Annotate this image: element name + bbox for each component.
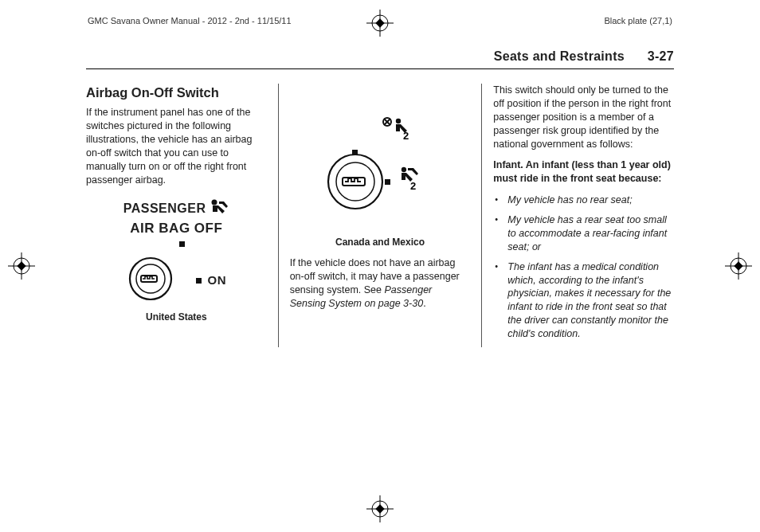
crop-mark-bottom: [366, 495, 394, 522]
col3-bullet-list: My vehicle has no rear seat; My vehicle …: [493, 194, 674, 341]
airbag-off-line: AIR BAG OFF: [86, 220, 267, 238]
svg-rect-28: [385, 179, 390, 185]
on-marker: ON: [196, 276, 226, 287]
passenger-label: PASSENGER: [123, 201, 206, 215]
list-item: The infant has a medical condition which…: [493, 260, 674, 341]
col1-paragraph-1: If the instrument panel has one of the s…: [86, 106, 267, 186]
canada-switch-icon: 2 2: [320, 108, 440, 227]
page-number: 3-27: [648, 49, 674, 63]
figure-canada-switch: 2 2: [290, 108, 471, 231]
col2-paragraph-1: If the vehicle does not have an airbag o…: [290, 256, 471, 311]
print-meta-left: GMC Savana Owner Manual - 2012 - 2nd - 1…: [88, 16, 292, 32]
svg-rect-15: [734, 261, 742, 270]
col3-paragraph-1: This switch should only be turned to the…: [493, 84, 674, 151]
indicator-square-icon: [179, 241, 185, 247]
print-meta-right: Black plate (27,1): [604, 16, 672, 32]
figure-canada-caption: Canada and Mexico: [290, 236, 471, 248]
col2-p1-text-a: If the vehicle does not have an airbag o…: [290, 257, 460, 295]
crop-mark-right: [725, 252, 752, 280]
figure-us-switch: PASSENGER AIR BAG OFF: [86, 198, 267, 306]
section-title: Airbag On-Off Switch: [86, 84, 267, 101]
svg-text:2: 2: [403, 130, 409, 142]
airbag-off-label: AIR BAG OFF: [130, 221, 222, 236]
column-1: Airbag On-Off Switch If the instrument p…: [86, 84, 278, 347]
section-name: Seats and Restraints: [494, 49, 625, 63]
svg-point-23: [396, 119, 401, 123]
switch-knob-icon: [127, 256, 189, 302]
crop-mark-left: [8, 252, 35, 280]
svg-point-29: [402, 167, 406, 172]
page-content: Seats and Restraints 3-27 Airbag On-Off …: [86, 49, 674, 492]
passenger-line: PASSENGER: [86, 198, 267, 217]
col3-bold-intro: Infant. An infant (less than 1 year old)…: [493, 158, 674, 186]
person-seated-icon: [209, 198, 229, 216]
svg-text:2: 2: [410, 180, 416, 192]
on-square-icon: [196, 278, 202, 284]
figure-us-caption: United States: [86, 311, 267, 323]
list-item: My vehicle has a rear seat too small to …: [493, 213, 674, 254]
svg-rect-11: [17, 261, 25, 270]
knob-row: ON: [86, 256, 267, 306]
svg-rect-7: [375, 504, 384, 513]
running-head: Seats and Restraints 3-27: [86, 49, 674, 69]
svg-rect-31: [352, 150, 358, 155]
svg-point-16: [211, 199, 217, 205]
column-3: This switch should only be turned to the…: [481, 84, 674, 347]
on-label: ON: [208, 273, 227, 287]
column-2: 2 2: [278, 84, 482, 347]
list-item: My vehicle has no rear seat;: [493, 194, 674, 207]
print-meta-bar: GMC Savana Owner Manual - 2012 - 2nd - 1…: [0, 16, 760, 32]
col2-p1-text-c: .: [423, 298, 425, 309]
